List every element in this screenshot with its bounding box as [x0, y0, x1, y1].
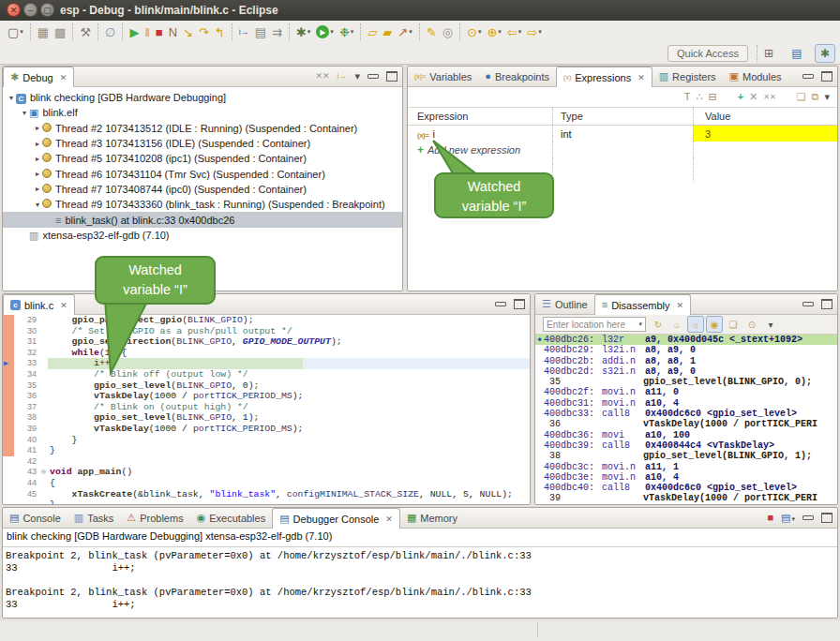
pin-view-button[interactable]: ⊙ — [743, 316, 760, 333]
tab-executables[interactable]: ◉Executables — [190, 508, 273, 528]
disassembly-row[interactable]: ◆400dbc26:l32ra9, 0x400d045c <_stext+109… — [535, 335, 837, 345]
column-type[interactable]: Type — [552, 108, 693, 125]
resume-button[interactable]: ▶ — [127, 22, 142, 41]
tab-debugger-console[interactable]: ▤Debugger Console✕ — [272, 508, 400, 529]
pin-editor-button[interactable]: ⊙▾ — [464, 22, 484, 41]
display-selected-console-button[interactable]: ▤▾ — [781, 513, 795, 523]
location-dropdown-icon[interactable]: ▾ — [638, 320, 642, 328]
new-expressions-view-button[interactable]: ❏ — [797, 92, 806, 102]
run-dropdown-icon[interactable]: ▾ — [330, 28, 334, 36]
disassembly-row[interactable]: 400dbc33:call80x400dc6c0 <gpio_set_level… — [535, 409, 837, 419]
tree-collapsed-icon[interactable]: ▸ — [33, 185, 42, 193]
instruction-stepping-mode-button[interactable]: i→ — [337, 72, 347, 81]
terminate-console-button[interactable]: ■ — [767, 513, 773, 523]
save-button[interactable]: ▦ — [35, 22, 52, 41]
tree-collapsed-icon[interactable]: ▸ — [33, 170, 42, 178]
save-all-button[interactable]: ▩ — [52, 22, 68, 41]
tab-registers[interactable]: ▥Registers — [652, 67, 723, 86]
disassembly-row[interactable]: 400dbc31:movi.na10, 4 — [535, 398, 837, 409]
show-source-button[interactable]: ☼ — [687, 316, 704, 333]
minimize-view-button[interactable] — [802, 515, 814, 520]
disassembly-row[interactable]: 400dbc40:call80x400dc6c0 <gpio_set_level… — [535, 483, 837, 493]
editor-marker-bar[interactable] — [3, 315, 14, 326]
minimize-view-button[interactable] — [368, 74, 379, 79]
editor-marker-bar[interactable] — [3, 499, 14, 505]
stepping-mode-button[interactable]: ✱▾ — [293, 22, 313, 41]
minimize-view-button[interactable] — [495, 302, 506, 306]
tab-debug[interactable]: ✱Debug✕ — [3, 67, 74, 87]
maximize-view-button[interactable] — [821, 299, 832, 309]
tree-collapsed-icon[interactable]: ▸ — [33, 155, 42, 163]
fold-collapse-icon[interactable]: ⊖ — [39, 467, 48, 478]
remove-expression-button[interactable]: ✕ — [749, 92, 758, 102]
launch-dropdown-icon[interactable]: ▾ — [409, 28, 412, 36]
disassembly-row[interactable]: 35gpio_set_level(BLINK_GPIO, 0); — [535, 377, 837, 387]
editor-marker-bar[interactable]: ▶ — [3, 358, 14, 369]
new-view-button[interactable]: ❏ — [725, 316, 742, 333]
step-return-button[interactable]: ↰ — [212, 22, 228, 41]
editor-marker-bar[interactable] — [3, 348, 14, 359]
add-expression-button[interactable]: + — [738, 92, 743, 102]
window-close-button[interactable]: ✕ — [7, 3, 21, 17]
editor-marker-bar[interactable] — [3, 424, 14, 435]
use-step-filters-button[interactable]: ⇉ — [269, 22, 285, 41]
show-type-names-button[interactable]: T — [684, 92, 691, 102]
tab-close-icon[interactable]: ✕ — [60, 73, 68, 82]
mark-occurrences-button[interactable]: ◎ — [440, 22, 456, 41]
instruction-stepping-button[interactable]: i→ — [236, 22, 252, 41]
editor-marker-bar[interactable] — [3, 478, 14, 489]
open-element-button[interactable]: ▱ — [365, 22, 380, 41]
run-button[interactable]: ▶▾ — [313, 22, 337, 41]
maximize-view-button[interactable] — [386, 71, 398, 82]
disassembly-row[interactable]: 400dbc2f:movi.na11, 0 — [535, 387, 837, 397]
layout-view-button[interactable]: ⧉ — [812, 92, 819, 102]
tab-expressions[interactable]: (x)Expressions✕ — [556, 67, 652, 87]
tab-disassembly[interactable]: ≡Disassembly✕ — [594, 294, 691, 315]
tab-problems[interactable]: ⚠Problems — [120, 508, 189, 528]
remove-all-expressions-button[interactable]: ✕✕ — [763, 94, 775, 101]
disassembly-row[interactable]: 400dbc2b:addi.na8, a8, 1 — [535, 356, 837, 366]
stepping-mode-dropdown-icon[interactable]: ▾ — [308, 28, 311, 36]
location-input[interactable]: Enter location here ▾ — [543, 317, 646, 332]
perspective-debug-button[interactable]: ✱ — [815, 44, 835, 63]
collapse-all-button[interactable]: ⊟ — [708, 92, 716, 102]
debug-tree-row[interactable]: ▸Thread #7 1073408744 (ipc0) (Suspended … — [3, 182, 402, 197]
debug-tree-row[interactable]: ▸Thread #6 1073431104 (Tmr Svc) (Suspend… — [3, 166, 402, 181]
minimize-view-button[interactable] — [802, 302, 814, 306]
quick-access-button[interactable]: Quick Access — [668, 45, 748, 62]
debug-tree-row[interactable]: ▸Thread #3 1073413156 (IDLE) (Suspended … — [3, 136, 402, 151]
open-resource-button[interactable]: ▰ — [380, 22, 395, 41]
window-maximize-button[interactable]: ▢ — [40, 3, 54, 17]
debug-tree[interactable]: ▾Cblink checking [GDB Hardware Debugging… — [3, 87, 402, 243]
disassembly-row[interactable]: 400dbc2d:s32i.na8, a9, 0 — [535, 366, 837, 377]
build-button[interactable]: ⚒ — [77, 22, 94, 41]
disassembly-listing[interactable]: ◆400dbc26:l32ra9, 0x400d045c <_stext+109… — [535, 335, 837, 504]
editor-marker-bar[interactable] — [3, 445, 14, 456]
debug-button[interactable]: ❉▾ — [337, 22, 356, 41]
tree-expanded-icon[interactable]: ▾ — [20, 109, 29, 117]
view-menu-button[interactable]: ▾ — [354, 71, 360, 82]
disassembly-row[interactable]: 39vTaskDelay(1000 / portTICK_PERI — [535, 493, 837, 503]
editor-marker-bar[interactable] — [3, 369, 14, 380]
maximize-view-button[interactable] — [514, 299, 525, 309]
editor-marker-bar[interactable] — [3, 336, 14, 348]
suspend-button[interactable]: ‖ — [142, 22, 152, 41]
tree-expanded-icon[interactable]: ▾ — [7, 94, 16, 102]
forward-dropdown-icon[interactable]: ▾ — [538, 28, 542, 36]
remove-all-terminated-button[interactable]: ✕✕ — [315, 72, 329, 81]
debug-tree-row[interactable]: ▾▣blink.elf — [3, 105, 402, 120]
editor-marker-bar[interactable] — [3, 467, 14, 478]
editor-marker-bar[interactable] — [3, 435, 14, 446]
column-value[interactable]: Value — [693, 108, 837, 125]
link-with-editor-dropdown-icon[interactable]: ▾ — [498, 28, 502, 36]
display-selected-console-dropdown-icon[interactable]: ▾ — [791, 515, 795, 522]
link-with-editor-button[interactable]: ⊕▾ — [484, 22, 503, 41]
sync-button[interactable]: ↻ — [650, 316, 667, 333]
tab-console[interactable]: ▤Console — [3, 508, 68, 528]
highlight-button[interactable]: ✎ — [424, 22, 440, 41]
tab-memory[interactable]: ▦Memory — [400, 508, 464, 528]
home-button[interactable]: ⌂ — [668, 316, 685, 333]
pin-editor-dropdown-icon[interactable]: ▾ — [478, 28, 482, 36]
minimize-view-button[interactable] — [802, 74, 814, 79]
disassembly-row[interactable]: 400dbc3e:movi.na10, 4 — [535, 472, 837, 483]
